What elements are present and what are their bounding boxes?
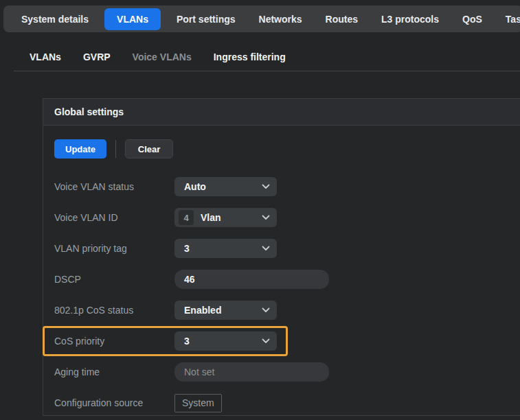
- tab-l3-protocols[interactable]: L3 protocols: [374, 8, 446, 30]
- row-voice-vlan-id: Voice VLAN ID 4 Vlan: [54, 208, 510, 227]
- vlan-id-badge: 4: [179, 210, 194, 225]
- cos-priority-label: CoS priority: [54, 336, 174, 347]
- cos-status-select[interactable]: Enabled: [174, 301, 277, 320]
- panel-title: Global settings: [54, 106, 124, 117]
- tab-vlans[interactable]: VLANs: [104, 8, 161, 30]
- chevron-down-icon: [262, 184, 270, 189]
- chevron-down-icon: [262, 246, 270, 251]
- row-voice-vlan-status: Voice VLAN status Auto: [54, 177, 510, 196]
- cos-priority-select[interactable]: 3: [174, 331, 277, 351]
- top-tab-bar: System details VLANs Port settings Netwo…: [3, 5, 520, 32]
- subnav-item-vlans[interactable]: VLANs: [30, 51, 61, 62]
- tab-qos[interactable]: QoS: [455, 8, 490, 30]
- select-value: 3: [184, 336, 262, 347]
- select-value: Auto: [184, 181, 262, 192]
- configuration-source-label: Configuration source: [54, 397, 174, 408]
- dscp-label: DSCP: [54, 274, 174, 285]
- dscp-input[interactable]: [174, 270, 329, 289]
- tab-task-queue[interactable]: Task queue: [498, 8, 520, 30]
- vlan-sub-nav: VLANs GVRP Voice VLANs Ingress filtering: [0, 48, 520, 66]
- cos-status-label: 802.1p CoS status: [54, 305, 174, 316]
- button-separator: [115, 140, 116, 158]
- chevron-down-icon: [262, 307, 270, 313]
- row-aging-time: Aging time: [54, 362, 510, 382]
- aging-time-input[interactable]: [174, 362, 329, 382]
- tab-system-details[interactable]: System details: [14, 8, 96, 30]
- update-button[interactable]: Update: [54, 139, 106, 159]
- row-cos-priority-highlighted: CoS priority 3: [43, 326, 288, 356]
- clear-button[interactable]: Clear: [125, 139, 173, 159]
- panel-body: Update Clear Voice VLAN status Auto Voic…: [43, 126, 520, 412]
- voice-vlan-id-label: Voice VLAN ID: [54, 212, 174, 223]
- tab-networks[interactable]: Networks: [251, 8, 310, 30]
- subnav-item-gvrp[interactable]: GVRP: [83, 51, 111, 62]
- select-value: Vlan: [201, 212, 262, 223]
- subnav-item-voice-vlans[interactable]: Voice VLANs: [133, 51, 192, 62]
- chevron-down-icon: [262, 338, 270, 344]
- configuration-source-chip: System: [174, 394, 222, 412]
- row-dscp: DSCP: [54, 270, 510, 289]
- subnav-item-ingress-filtering[interactable]: Ingress filtering: [214, 51, 286, 62]
- row-vlan-priority-tag: VLAN priority tag 3: [54, 239, 510, 258]
- global-settings-panel: Global settings Update Clear Voice VLAN …: [43, 98, 520, 416]
- subnav-divider: [14, 71, 520, 71]
- tab-routes[interactable]: Routes: [318, 8, 365, 30]
- vlan-priority-tag-label: VLAN priority tag: [54, 243, 174, 254]
- select-value: 3: [184, 243, 262, 254]
- voice-vlan-status-select[interactable]: Auto: [174, 177, 277, 196]
- voice-vlan-status-label: Voice VLAN status: [54, 181, 174, 192]
- vlan-priority-tag-select[interactable]: 3: [174, 239, 277, 258]
- panel-header: Global settings: [43, 99, 520, 126]
- voice-vlan-id-select[interactable]: 4 Vlan: [174, 208, 277, 227]
- chevron-down-icon: [262, 215, 270, 220]
- select-value: Enabled: [184, 305, 262, 316]
- tab-port-settings[interactable]: Port settings: [169, 8, 243, 30]
- aging-time-label: Aging time: [54, 366, 174, 377]
- action-button-row: Update Clear: [54, 139, 510, 159]
- row-8021p-cos-status: 802.1p CoS status Enabled: [54, 301, 510, 320]
- row-configuration-source: Configuration source System: [54, 393, 510, 412]
